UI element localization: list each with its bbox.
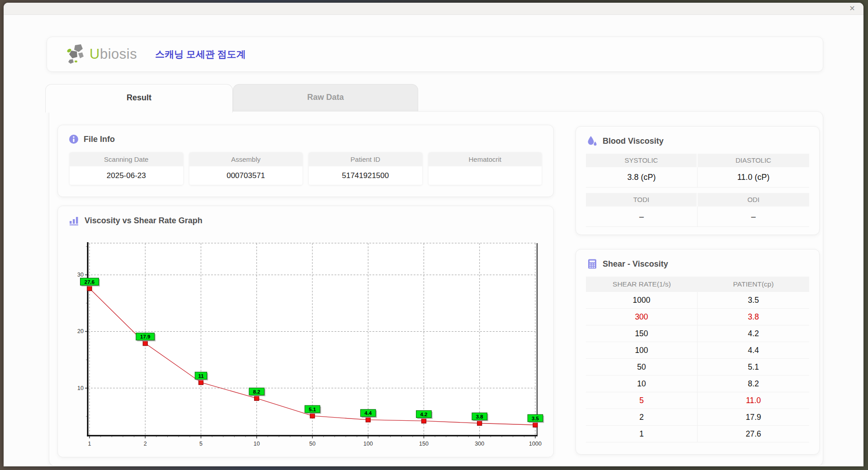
field-value: 51741921500 (309, 166, 422, 185)
svg-text:17.9: 17.9 (140, 334, 150, 339)
svg-text:5.1: 5.1 (309, 407, 316, 412)
field-value: 2025-06-23 (70, 166, 183, 185)
table-row: 127.6 (586, 426, 809, 442)
patient-viscosity-cell: 3.8 (698, 309, 809, 325)
patient-viscosity-cell: 4.4 (698, 342, 809, 358)
blood-viscosity-card: Blood Viscosity SYSTOLIC DIASTOLIC 3.8 (… (576, 126, 820, 235)
file-info-fields: Scanning Date2025-06-23Assembly000703571… (70, 152, 542, 185)
bv-value-systolic: 3.8 (cP) (586, 167, 698, 188)
ubiosis-logo: Ubiosis (66, 43, 137, 65)
bv-value-row-2: – – (586, 207, 809, 227)
file-info-card: File Info Scanning Date2025-06-23Assembl… (57, 125, 554, 197)
bv-header-row-1: SYSTOLIC DIASTOLIC (586, 154, 809, 167)
shear-rate-cell: 1000 (586, 292, 698, 308)
patient-viscosity-cell: 27.6 (698, 426, 809, 442)
patient-viscosity-cell: 11.0 (698, 392, 809, 409)
svg-text:150: 150 (419, 441, 429, 447)
svg-text:5: 5 (199, 441, 203, 447)
table-row: 217.9 (586, 409, 809, 426)
bv-header-systolic: SYSTOLIC (586, 154, 698, 167)
field-label: Patient ID (309, 152, 422, 166)
svg-text:3.5: 3.5 (532, 416, 539, 421)
patient-viscosity-cell: 4.2 (698, 325, 809, 342)
brand-name: Ubiosis (90, 46, 137, 62)
patient-viscosity-cell: 5.1 (698, 359, 809, 375)
bv-value-todi: – (586, 207, 698, 227)
file-info-field: Hematocrit (429, 152, 542, 185)
bv-header-diastolic: DIASTOLIC (698, 154, 809, 167)
shear-table-header: SHEAR RATE(1/s) PATIENT(cp) (586, 277, 809, 292)
svg-text:30: 30 (77, 272, 84, 278)
patient-viscosity-cell: 8.2 (698, 376, 809, 392)
svg-text:4.2: 4.2 (420, 412, 428, 417)
app-title: 스캐닝 모세관 점도계 (155, 48, 246, 61)
tab-raw-data[interactable]: Raw Data (233, 84, 418, 111)
shear-rate-cell: 50 (586, 359, 698, 375)
patient-viscosity-cell: 3.5 (698, 292, 809, 308)
viscosity-chart: 1020301251050100150300100027.617.9118.25… (69, 236, 555, 457)
field-value: 000703571 (189, 166, 303, 185)
field-label: Assembly (189, 152, 303, 166)
svg-text:300: 300 (475, 441, 484, 447)
shear-table-body: 10003.53003.81504.21004.4505.1108.2511.0… (586, 292, 809, 442)
shear-rate-column-header: SHEAR RATE(1/s) (586, 277, 698, 292)
app-window: ✕ Ubiosis 스캐닝 모세관 점도계 Result Raw Data (4, 3, 863, 466)
svg-text:20: 20 (77, 328, 84, 334)
graph-title: Viscosity vs Shear Rate Graph (69, 215, 553, 226)
field-value (429, 166, 542, 185)
calculator-icon (587, 258, 598, 269)
info-icon (69, 134, 79, 144)
table-row: 505.1 (586, 359, 809, 376)
shear-rate-cell: 150 (586, 325, 698, 342)
svg-text:2: 2 (144, 441, 147, 447)
shear-viscosity-card: Shear - Viscosity SHEAR RATE(1/s) PATIEN… (576, 249, 820, 455)
shear-rate-cell: 5 (586, 392, 698, 409)
svg-text:8.2: 8.2 (253, 389, 260, 395)
table-row: 3003.8 (586, 309, 809, 325)
shear-rate-cell: 10 (586, 376, 698, 392)
file-info-title: File Info (69, 134, 553, 144)
title-bar: ✕ (4, 3, 863, 15)
svg-text:1000: 1000 (529, 441, 542, 447)
droplets-icon (587, 136, 598, 146)
svg-text:1: 1 (88, 441, 91, 447)
patient-viscosity-cell: 17.9 (698, 409, 809, 425)
svg-text:3.8: 3.8 (476, 414, 484, 419)
ubiosis-pebbles-icon (66, 43, 90, 65)
header-card: Ubiosis 스캐닝 모세관 점도계 (47, 37, 823, 72)
bv-header-row-2: TODI ODI (586, 193, 809, 207)
shear-rate-cell: 2 (586, 409, 698, 425)
table-row: 10003.5 (586, 292, 809, 309)
svg-text:10: 10 (254, 441, 260, 447)
desktop: ✕ Ubiosis 스캐닝 모세관 점도계 Result Raw Data (0, 0, 868, 470)
blood-viscosity-table: SYSTOLIC DIASTOLIC 3.8 (cP) 11.0 (cP) TO… (586, 154, 809, 227)
bv-header-todi: TODI (586, 193, 698, 207)
svg-text:11: 11 (198, 373, 204, 379)
field-label: Hematocrit (429, 152, 542, 166)
graph-card: Viscosity vs Shear Rate Graph 1020301251… (57, 206, 554, 457)
table-row: 511.0 (586, 392, 809, 409)
shear-rate-cell: 300 (586, 309, 698, 325)
bar-chart-icon (69, 215, 80, 226)
file-info-field: Scanning Date2025-06-23 (70, 152, 183, 185)
table-row: 108.2 (586, 376, 809, 392)
svg-text:10: 10 (77, 385, 84, 391)
shear-rate-cell: 1 (586, 426, 698, 442)
table-row: 1004.4 (586, 342, 809, 359)
svg-text:50: 50 (309, 441, 316, 447)
svg-text:100: 100 (363, 441, 373, 447)
bv-value-diastolic: 11.0 (cP) (698, 167, 809, 188)
patient-column-header: PATIENT(cp) (698, 277, 809, 292)
shear-viscosity-table: SHEAR RATE(1/s) PATIENT(cp) 10003.53003.… (586, 277, 809, 442)
tab-result[interactable]: Result (45, 84, 233, 113)
bv-header-odi: ODI (698, 193, 809, 207)
bv-value-row-1: 3.8 (cP) 11.0 (cP) (586, 167, 809, 188)
close-icon[interactable]: ✕ (847, 4, 857, 13)
shear-rate-cell: 100 (586, 342, 698, 358)
svg-text:4.4: 4.4 (364, 410, 372, 416)
shear-viscosity-title: Shear - Viscosity (587, 258, 819, 269)
table-row: 1504.2 (586, 325, 809, 342)
bv-value-odi: – (698, 207, 809, 227)
field-label: Scanning Date (70, 152, 183, 166)
file-info-field: Assembly000703571 (189, 152, 303, 185)
